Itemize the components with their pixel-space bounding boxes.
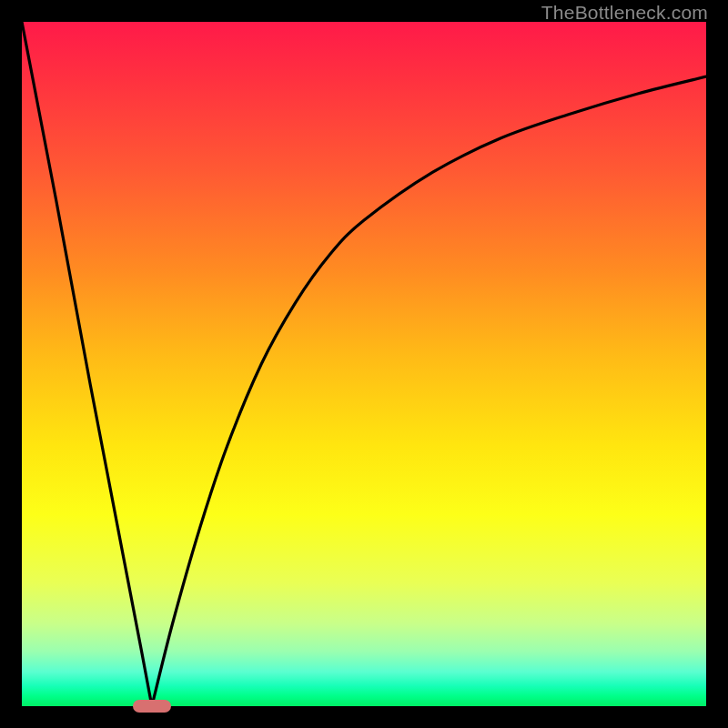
- watermark-text: TheBottleneck.com: [541, 2, 708, 24]
- curve-svg: [22, 22, 706, 706]
- bottleneck-curve: [22, 22, 706, 706]
- plot-area: [22, 22, 706, 706]
- chart-frame: TheBottleneck.com: [0, 0, 728, 728]
- optimum-marker: [133, 700, 171, 713]
